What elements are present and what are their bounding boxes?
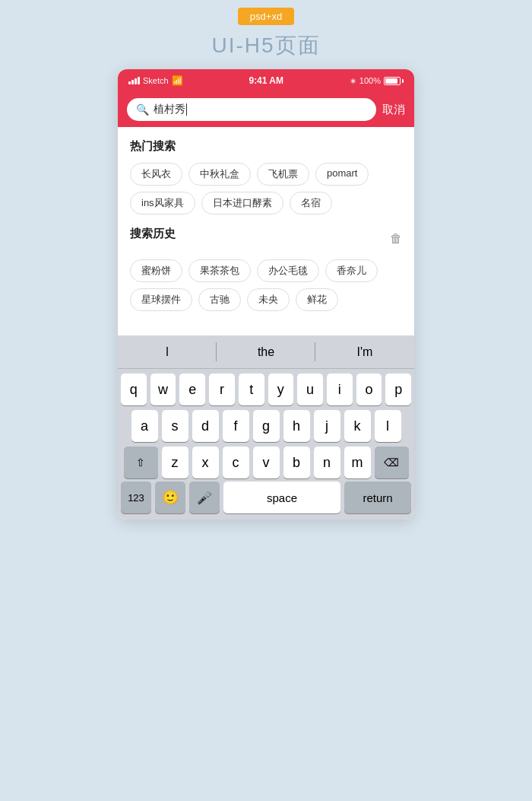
hot-search-tag[interactable]: 飞机票: [257, 163, 309, 186]
key-c[interactable]: c: [223, 447, 249, 478]
hot-search-tags: 长风衣中秋礼盒飞机票pomartins风家具日本进口酵素名宿: [130, 163, 402, 215]
status-left: Sketch 📶: [128, 75, 183, 86]
signal-icon: [128, 77, 140, 84]
keyboard-rows: qwertyuiop asdfghjkl ⇧ zxcvbnm⌫: [118, 369, 414, 482]
top-badge: psd+xd: [238, 8, 294, 25]
key-k[interactable]: k: [344, 410, 371, 442]
suggestion-item[interactable]: l: [118, 335, 217, 368]
history-tag[interactable]: 鲜花: [296, 288, 338, 311]
key-g[interactable]: g: [253, 410, 280, 442]
keyboard-suggestions: ltheI'm: [118, 335, 414, 369]
key-r[interactable]: r: [209, 373, 235, 405]
key-b[interactable]: b: [283, 447, 310, 478]
return-key[interactable]: return: [344, 482, 411, 513]
keyboard: ltheI'm qwertyuiop asdfghjkl ⇧ zxcvbnm⌫ …: [118, 335, 414, 520]
key-z[interactable]: z: [162, 447, 188, 478]
hot-search-title: 热门搜索: [130, 139, 402, 154]
history-tag[interactable]: 古驰: [198, 288, 241, 311]
key-v[interactable]: v: [253, 447, 280, 478]
key-w[interactable]: w: [150, 373, 176, 405]
history-tag[interactable]: 星球摆件: [130, 288, 192, 311]
status-bar: Sketch 📶 9:41 AM ∗ 100%: [118, 69, 414, 92]
key-l[interactable]: l: [375, 410, 401, 442]
key-f[interactable]: f: [223, 410, 249, 442]
key-o[interactable]: o: [356, 373, 382, 405]
key-row-1: qwertyuiop: [121, 373, 411, 405]
content-area: 热门搜索 长风衣中秋礼盒飞机票pomartins风家具日本进口酵素名宿 搜索历史…: [118, 127, 414, 335]
key-t[interactable]: t: [239, 373, 264, 405]
hot-search-tag[interactable]: pomart: [315, 163, 369, 186]
history-tags: 蜜粉饼果茶茶包办公毛毯香奈儿星球摆件古驰未央鲜花: [130, 259, 402, 311]
shift-key[interactable]: ⇧: [124, 447, 158, 478]
status-right: ∗ 100%: [350, 76, 404, 86]
key-j[interactable]: j: [314, 410, 340, 442]
key-y[interactable]: y: [268, 373, 294, 405]
key-row-2: asdfghjkl: [121, 410, 411, 442]
battery-percent: 100%: [359, 76, 381, 85]
key-u[interactable]: u: [297, 373, 323, 405]
search-icon: 🔍: [136, 103, 149, 116]
history-tag[interactable]: 蜜粉饼: [130, 259, 182, 282]
history-tag[interactable]: 果茶茶包: [188, 259, 251, 282]
search-input[interactable]: 植村秀: [154, 103, 367, 116]
key-d[interactable]: d: [192, 410, 219, 442]
key-e[interactable]: e: [179, 373, 205, 405]
hot-search-tag[interactable]: 中秋礼盒: [188, 163, 251, 186]
key-i[interactable]: i: [327, 373, 353, 405]
mic-key[interactable]: 🎤: [189, 482, 220, 513]
phone-frame: Sketch 📶 9:41 AM ∗ 100% 🔍 植村秀 取消 热门搜索 长风…: [118, 69, 414, 520]
hot-search-tag[interactable]: ins风家具: [130, 192, 195, 215]
history-tag[interactable]: 办公毛毯: [257, 259, 319, 282]
bluetooth-icon: ∗: [350, 76, 356, 86]
key-s[interactable]: s: [162, 410, 188, 442]
emoji-key[interactable]: 🙂: [155, 482, 185, 513]
key-row-3: ⇧ zxcvbnm⌫: [121, 447, 411, 478]
history-section-header: 搜索历史 🗑: [130, 227, 402, 250]
key-h[interactable]: h: [283, 410, 310, 442]
carrier-label: Sketch: [143, 76, 169, 85]
history-tag[interactable]: 香奈儿: [325, 259, 378, 282]
key-123[interactable]: 123: [121, 482, 151, 513]
key-x[interactable]: x: [192, 447, 219, 478]
suggestion-item[interactable]: I'm: [315, 335, 414, 368]
hot-search-tag[interactable]: 长风衣: [130, 163, 182, 186]
battery-icon: [384, 77, 404, 85]
history-title: 搜索历史: [130, 227, 176, 241]
delete-history-icon[interactable]: 🗑: [390, 232, 402, 246]
space-key[interactable]: space: [223, 482, 340, 513]
hot-search-tag[interactable]: 日本进口酵素: [201, 192, 283, 215]
time-label: 9:41 AM: [249, 75, 283, 86]
backspace-key[interactable]: ⌫: [375, 447, 409, 478]
key-q[interactable]: q: [121, 373, 147, 405]
key-a[interactable]: a: [131, 410, 158, 442]
cancel-button[interactable]: 取消: [382, 103, 405, 117]
history-tag[interactable]: 未央: [247, 288, 290, 311]
suggestion-item[interactable]: the: [217, 335, 315, 368]
hot-search-tag[interactable]: 名宿: [290, 192, 332, 215]
page-title: UI-H5页面: [211, 31, 320, 60]
wifi-icon: 📶: [172, 75, 183, 86]
key-n[interactable]: n: [314, 447, 340, 478]
key-m[interactable]: m: [344, 447, 371, 478]
key-p[interactable]: p: [385, 373, 411, 405]
search-bar: 🔍 植村秀 取消: [118, 92, 414, 127]
search-input-wrap[interactable]: 🔍 植村秀: [127, 98, 376, 121]
key-bottom-row: 123 🙂 🎤 space return: [118, 482, 414, 520]
